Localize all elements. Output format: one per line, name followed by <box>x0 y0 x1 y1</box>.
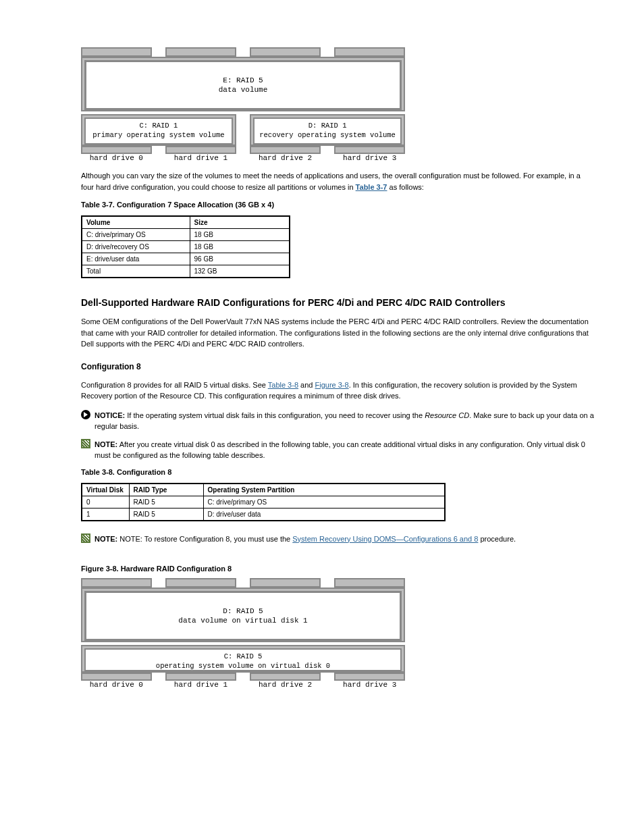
t3r0c0: 0 <box>82 496 129 508</box>
heading-config8: Configuration 8 <box>81 362 594 371</box>
table-3-8: Virtual Disk RAID Type Operating System … <box>81 483 446 521</box>
fig8-hd3-label: hard drive 3 <box>334 681 405 689</box>
t2r0c1: 18 GB <box>190 229 290 241</box>
fig7-hd0-label: hard drive 0 <box>81 154 152 162</box>
t3r0c2: C: drive/primary OS <box>203 496 445 508</box>
fig7-hd3-label: hard drive 3 <box>334 154 405 162</box>
t3r1c2: D: drive/user data <box>203 508 445 521</box>
table-3-7: Volume Size C: drive/primary OS18 GB D: … <box>81 215 290 278</box>
t3r1c0: 1 <box>82 508 129 521</box>
paragraph-perc-intro: Some OEM configurations of the Dell Powe… <box>81 316 594 350</box>
notice-icon <box>81 410 90 419</box>
t3-h1: RAID Type <box>129 484 203 496</box>
t3r0c1: RAID 5 <box>129 496 203 508</box>
note2-a: NOTE: To restore Configuration 8, you mu… <box>119 535 292 543</box>
t2r0c0: C: drive/primary OS <box>82 229 190 241</box>
t3-h2: Operating System Partition <box>203 484 445 496</box>
fig8-hd0-label: hard drive 0 <box>81 681 152 689</box>
fig8-hd2-label: hard drive 2 <box>250 681 321 689</box>
fig7-c-volume: C: RAID 1primary operating system volume <box>84 118 233 145</box>
fig7-e-volume: E: RAID 5data volume <box>84 60 402 110</box>
note1-callout: NOTE: After you create virtual disk 0 as… <box>81 439 594 461</box>
paragraph-config8: Configuration 8 provides for all RAID 5 … <box>81 380 594 402</box>
fig7-hd1-label: hard drive 1 <box>165 154 236 162</box>
link-table-3-8[interactable]: Table 3-8 <box>268 381 298 389</box>
note2-b: procedure. <box>478 535 516 543</box>
note-icon <box>81 439 90 448</box>
t2r3c1: 132 GB <box>190 265 290 278</box>
table-3-7-caption: Table 3-7. Configuration 7 Space Allocat… <box>81 201 594 209</box>
fig8-c-volume: C: RAID 5operating system volume on virt… <box>84 648 402 671</box>
fig8-d-volume: D: RAID 5data volume on virtual disk 1 <box>84 591 402 641</box>
link-system-recovery[interactable]: System Recovery Using DOMS—Configuration… <box>292 535 478 543</box>
t2-h0: Volume <box>82 216 190 229</box>
note2-callout: NOTE: NOTE: To restore Configuration 8, … <box>81 533 594 545</box>
link-table-3-7[interactable]: Table 3-7 <box>356 183 387 191</box>
t2r2c1: 96 GB <box>190 253 290 265</box>
fig7-hd2-label: hard drive 2 <box>250 154 321 162</box>
link-figure-3-8[interactable]: Figure 3-8 <box>315 381 349 389</box>
fig8-hd1-label: hard drive 1 <box>165 681 236 689</box>
paragraph-resize: Although you can vary the size of the vo… <box>81 170 594 192</box>
notice-callout: NOTICE: NOTICE: If the operating system … <box>81 410 594 432</box>
note-icon-2 <box>81 533 90 543</box>
t2r2c0: E: drive/user data <box>82 253 190 265</box>
table-3-8-caption: Table 3-8. Configuration 8 <box>81 468 594 476</box>
t3r1c1: RAID 5 <box>129 508 203 521</box>
figure-8: D: RAID 5data volume on virtual disk 1 C… <box>81 578 594 689</box>
t2-h1: Size <box>190 216 290 229</box>
figure-3-8-caption: Figure 3-8. Hardware RAID Configuration … <box>81 565 594 573</box>
heading-perc4: Dell-Supported Hardware RAID Configurati… <box>81 297 594 308</box>
t2r3c0: Total <box>82 265 190 278</box>
fig7-d-volume: D: RAID 1recovery operating system volum… <box>253 118 402 145</box>
figure-7: E: RAID 5data volume C: RAID 1primary op… <box>81 47 594 162</box>
t2r1c1: 18 GB <box>190 241 290 253</box>
t3-h0: Virtual Disk <box>82 484 129 496</box>
t2r1c0: D: drive/recovery OS <box>82 241 190 253</box>
